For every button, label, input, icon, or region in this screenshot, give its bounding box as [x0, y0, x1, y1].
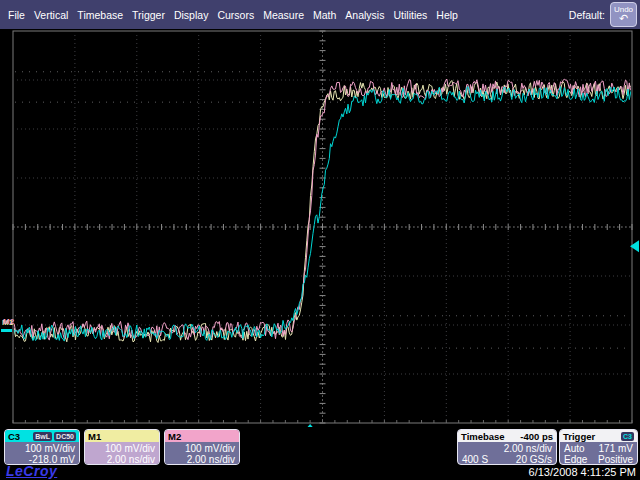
timebase-header: Timebase -400 ps: [458, 430, 556, 442]
menu-item-vertical[interactable]: Vertical: [34, 9, 68, 21]
trigger-header: Trigger C3: [560, 430, 637, 442]
timebase-delay-value: -400 ps: [520, 431, 553, 442]
channel-settings: 100 mV/div2.00 ns/div: [85, 442, 159, 465]
lecroy-logo: LeCroy: [6, 463, 57, 479]
channel-box-m2[interactable]: M2100 mV/div2.00 ns/div: [164, 429, 240, 465]
undo-button[interactable]: Undo ↶: [610, 2, 637, 27]
channel-id-label: C3: [8, 431, 20, 442]
scope-graticule: M1M2: [0, 29, 640, 433]
trigger-row-value: 171 mV: [599, 443, 633, 455]
channel-box-m1[interactable]: M1100 mV/div2.00 ns/div: [84, 429, 160, 465]
timebase-title: Timebase: [461, 431, 505, 442]
trigger-values: Auto171 mVEdgePositive: [560, 442, 637, 465]
menu-item-cursors[interactable]: Cursors: [217, 9, 254, 21]
menu-items: FileVerticalTimebaseTriggerDisplayCursor…: [8, 9, 458, 21]
trigger-level-marker[interactable]: [630, 240, 639, 252]
timebase-row-value: 20 GS/s: [516, 454, 552, 465]
channel-zero-marker[interactable]: [1, 329, 12, 332]
menu-item-utilities[interactable]: Utilities: [393, 9, 427, 21]
channel-id-label: M1: [88, 431, 101, 442]
menu-item-analysis[interactable]: Analysis: [345, 9, 384, 21]
oscilloscope-screen: { "menu": { "items": ["File","Vertical",…: [0, 0, 640, 480]
timebase-row-label: 400 S: [462, 454, 488, 465]
trigger-descriptor-box[interactable]: Trigger C3 Auto171 mVEdgePositive: [559, 429, 638, 465]
menu-item-timebase[interactable]: Timebase: [77, 9, 123, 21]
channel-header-m1: M1: [85, 430, 159, 442]
menu-bar: FileVerticalTimebaseTriggerDisplayCursor…: [0, 0, 640, 29]
edge-label-m2: M2: [3, 317, 15, 326]
channel-settings: 100 mV/div2.00 ns/div: [165, 442, 239, 465]
status-bar: C3BwLDC50100 mV/div-218.0 mVM1100 mV/div…: [0, 427, 640, 480]
trigger-source-badge: C3: [621, 432, 634, 441]
timebase-values: 2.00 ns/div400 S20 GS/s: [458, 442, 556, 465]
channel-settings: 100 mV/div-218.0 mV: [5, 442, 79, 465]
timebase-row-value: 2.00 ns/div: [504, 443, 552, 455]
timebase-descriptor-box[interactable]: Timebase -400 ps 2.00 ns/div400 S20 GS/s: [457, 429, 557, 465]
channel-setting-value: 100 mV/div: [25, 443, 75, 455]
trigger-row-label: Edge: [564, 454, 587, 465]
undo-arrow-icon: ↶: [619, 13, 628, 24]
channel-id-label: M2: [168, 431, 181, 442]
channel-box-c3[interactable]: C3BwLDC50100 mV/div-218.0 mV: [4, 429, 80, 465]
trigger-row-value: Positive: [598, 454, 633, 465]
channel-setting-value: 2.00 ns/div: [187, 454, 235, 465]
trigger-title: Trigger: [563, 431, 595, 442]
menu-item-measure[interactable]: Measure: [263, 9, 304, 21]
channel-header-m2: M2: [165, 430, 239, 442]
channel-header-c3: C3BwLDC50: [5, 430, 79, 442]
trigger-row-label: Auto: [564, 443, 585, 455]
default-setup-label: Default:: [569, 9, 605, 21]
channel-setting-value: 100 mV/div: [105, 443, 155, 455]
menu-item-math[interactable]: Math: [313, 9, 336, 21]
channel-setting-value: 2.00 ns/div: [107, 454, 155, 465]
menu-item-trigger[interactable]: Trigger: [132, 9, 165, 21]
channel-badge-bwl: BwL: [33, 432, 52, 441]
waveform-display: M1M2: [0, 29, 640, 433]
menu-item-help[interactable]: Help: [436, 9, 458, 21]
menu-item-file[interactable]: File: [8, 9, 25, 21]
menu-item-display[interactable]: Display: [174, 9, 208, 21]
channel-setting-value: 100 mV/div: [185, 443, 235, 455]
channel-badge-dc50: DC50: [54, 432, 76, 441]
datetime-display: 6/13/2008 4:11:25 PM: [529, 466, 636, 478]
